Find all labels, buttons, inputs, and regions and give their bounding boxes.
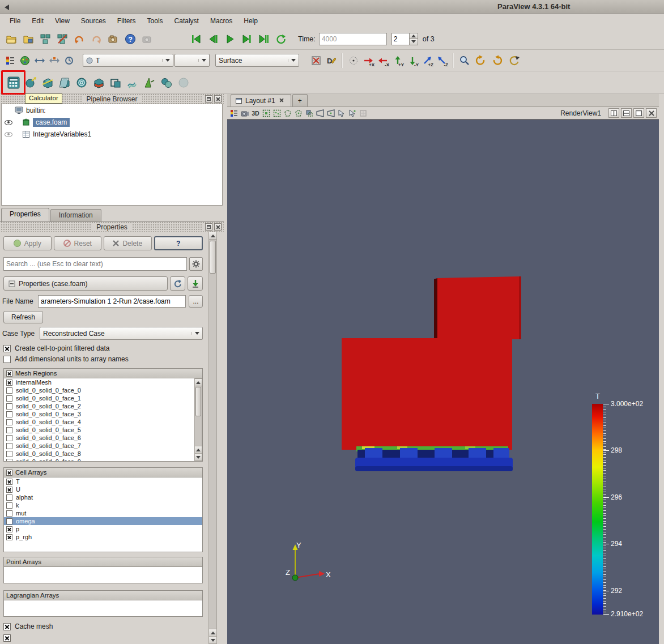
help-button[interactable]: ? <box>122 31 138 47</box>
checkbox[interactable] <box>3 634 11 642</box>
checkbox[interactable] <box>6 411 12 417</box>
spin-down-button[interactable] <box>410 39 418 45</box>
camera-redo-button[interactable] <box>139 31 155 47</box>
menu-catalyst[interactable]: Catalyst <box>169 15 204 27</box>
case-type-combobox[interactable]: Reconstructed Case <box>40 327 203 340</box>
redo-button[interactable] <box>88 31 104 47</box>
cache-mesh-row[interactable]: Cache mesh <box>3 622 218 630</box>
close-tab-button[interactable] <box>279 97 286 104</box>
checkbox[interactable] <box>3 356 11 363</box>
add-layout-tab-button[interactable]: + <box>292 94 308 106</box>
properties-scrollbar[interactable] <box>208 232 217 644</box>
disconnect-server-button[interactable] <box>54 31 70 47</box>
select-points-polygon-button[interactable] <box>294 109 303 117</box>
checkbox[interactable] <box>6 534 12 540</box>
file-name-input[interactable] <box>38 295 186 308</box>
checkbox[interactable] <box>6 502 12 509</box>
reset-camera-button[interactable] <box>506 53 522 69</box>
set-view-plus-x-button[interactable]: +X <box>361 54 375 67</box>
loop-button[interactable] <box>273 31 289 47</box>
cell-array-row-selected[interactable]: omega <box>4 517 202 525</box>
scroll-up-button[interactable] <box>195 379 202 386</box>
checkbox[interactable] <box>3 345 11 352</box>
mesh-region-row[interactable]: solid_0_solid_0_face_3 <box>4 410 193 418</box>
checkbox[interactable] <box>6 403 12 410</box>
checkbox[interactable] <box>6 379 12 386</box>
checkbox[interactable] <box>6 451 12 457</box>
checkbox[interactable] <box>6 419 12 425</box>
camera-undo-button[interactable] <box>105 31 121 47</box>
copy-properties-button[interactable] <box>170 276 185 291</box>
rescale-custom-range-button[interactable] <box>48 54 61 67</box>
open-file-button[interactable] <box>3 31 19 47</box>
mesh-region-row[interactable]: solid_0_solid_0_face_6 <box>4 434 193 442</box>
previous-frame-button[interactable] <box>205 31 221 47</box>
point-arrays-header[interactable]: Point Arrays <box>4 557 202 567</box>
set-view-minus-z-button[interactable]: -Z <box>435 54 449 67</box>
clipped-checkbox-row[interactable] <box>3 634 218 642</box>
lagrangian-arrays-header[interactable]: Lagrangian Arrays <box>4 591 202 600</box>
checkbox[interactable] <box>6 427 12 433</box>
pipeline-item-builtin[interactable]: builtin: <box>2 104 222 116</box>
mesh-regions-scrollbar[interactable] <box>194 378 202 461</box>
menu-view[interactable]: View <box>50 15 75 27</box>
split-horizontal-button[interactable] <box>608 108 619 118</box>
pipeline-item-case-foam[interactable]: case.foam <box>2 116 222 128</box>
next-frame-button[interactable] <box>239 31 255 47</box>
menu-tools[interactable]: Tools <box>142 15 168 27</box>
checkbox[interactable] <box>6 387 12 394</box>
cell-array-row[interactable]: p_rgh <box>4 533 202 541</box>
select-cells-polygon-button[interactable] <box>283 109 292 117</box>
menu-filters[interactable]: Filters <box>112 15 141 27</box>
checkbox[interactable] <box>6 526 12 532</box>
refresh-button[interactable]: Refresh <box>3 311 43 323</box>
rotate-90-cw-button[interactable] <box>473 53 488 69</box>
frame-spinbox[interactable] <box>391 33 418 45</box>
mesh-region-row[interactable]: solid_0_solid_0_face_5 <box>4 426 193 434</box>
color-legend[interactable]: T 3.000e+02 298 296 294 292 2.910e+02 <box>590 392 658 624</box>
check-all-checkbox[interactable] <box>6 370 12 377</box>
visibility-eye-icon[interactable] <box>4 118 13 126</box>
browse-button[interactable]: ... <box>189 295 203 308</box>
checkbox[interactable] <box>6 518 12 524</box>
show-orientation-axes-button[interactable] <box>309 54 323 67</box>
checkbox[interactable] <box>6 479 12 485</box>
menu-macros[interactable]: Macros <box>205 15 237 27</box>
close-dock-button[interactable] <box>214 223 222 231</box>
undo-button[interactable] <box>71 31 87 47</box>
checkbox[interactable] <box>6 487 12 493</box>
spin-up-button[interactable] <box>410 33 418 39</box>
close-dock-button[interactable] <box>214 95 222 103</box>
set-view-plus-z-button[interactable]: +Z <box>420 54 434 67</box>
delete-button[interactable]: Delete <box>104 236 152 250</box>
checkbox[interactable] <box>6 510 12 517</box>
visibility-eye-icon[interactable] <box>4 130 13 138</box>
apply-button[interactable]: Apply <box>3 236 52 250</box>
check-all-checkbox[interactable] <box>6 470 12 476</box>
maximize-view-button[interactable] <box>633 108 644 118</box>
title-bar[interactable]: ParaView 4.3.1 64-bit <box>0 0 664 14</box>
scroll-down-button[interactable] <box>195 453 202 460</box>
mesh-region-row[interactable]: solid_0_solid_0_face_1 <box>4 394 193 402</box>
checkbox[interactable] <box>6 395 12 402</box>
save-data-button[interactable] <box>20 31 36 47</box>
hover-cells-button[interactable] <box>359 109 368 117</box>
cell-array-row[interactable]: mut <box>4 509 202 517</box>
slice-filter-button[interactable] <box>57 75 73 91</box>
tab-information[interactable]: Information <box>50 209 101 221</box>
mesh-region-row[interactable]: solid_0_solid_0_face_9 <box>4 458 193 461</box>
cell-arrays-header[interactable]: Cell Arrays <box>4 468 202 477</box>
pick-center-button[interactable] <box>347 54 360 67</box>
split-vertical-button[interactable] <box>621 108 632 118</box>
threshold-filter-button[interactable] <box>91 75 107 91</box>
cell-array-row[interactable]: T <box>4 477 202 485</box>
select-block-button[interactable] <box>305 109 314 117</box>
mesh-region-row[interactable]: solid_0_solid_0_face_7 <box>4 442 193 450</box>
select-points-rect-button[interactable] <box>273 109 282 117</box>
mesh-region-row[interactable]: solid_0_solid_0_face_2 <box>4 402 193 410</box>
mesh-region-row[interactable]: solid_0_solid_0_face_0 <box>4 386 193 394</box>
rescale-data-range-button[interactable] <box>33 54 46 67</box>
stream-tracer-filter-button[interactable] <box>125 75 141 91</box>
cell-array-row[interactable]: U <box>4 485 202 493</box>
rotate-90-ccw-button[interactable] <box>490 53 505 69</box>
